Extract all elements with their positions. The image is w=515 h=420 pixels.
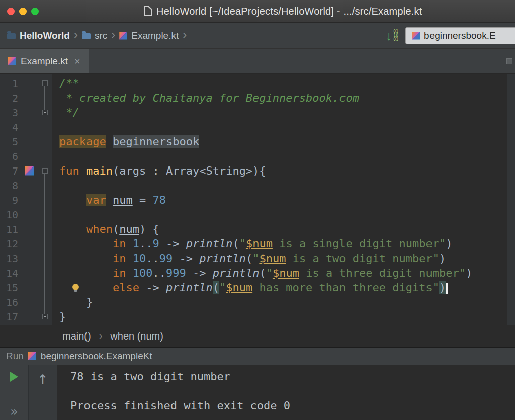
fold-toggle-icon[interactable] <box>42 80 48 86</box>
code-line-17[interactable]: } <box>59 309 515 324</box>
nav-project-label: HelloWorld <box>20 30 70 41</box>
chevron-right-icon: › <box>94 330 108 343</box>
rerun-button[interactable] <box>10 372 18 382</box>
fold-toggle-icon[interactable] <box>42 110 48 115</box>
code-token: println <box>166 281 213 294</box>
run-panel-header: Run beginnersbook.ExampleKt <box>0 347 515 365</box>
code-line-8[interactable] <box>59 178 515 193</box>
code-token: is a three digit number" <box>299 267 466 279</box>
code-token: ( <box>213 281 219 294</box>
line-number: 10 <box>0 209 21 221</box>
editor-gutter: 1234567891011121314151617 <box>0 74 52 325</box>
fold-column <box>37 314 52 319</box>
inspections-widget-icon[interactable] <box>506 58 512 64</box>
code-line-9[interactable]: var num = 78 <box>59 193 515 207</box>
nav-item-src[interactable]: src <box>82 30 107 41</box>
code-token: $num <box>259 252 286 265</box>
breadcrumb-when[interactable]: when (num) <box>110 330 163 342</box>
code-line-3[interactable]: */ <box>59 105 515 120</box>
code-token: " <box>252 252 259 265</box>
line-number: 12 <box>0 238 21 250</box>
close-window-button[interactable] <box>7 8 15 15</box>
code-token: " <box>266 267 273 279</box>
code-token: -> <box>173 252 199 265</box>
line-number: 9 <box>0 194 21 206</box>
code-token: ) <box>439 281 446 294</box>
console-output: 78 is a two digit number Process finishe… <box>57 365 515 420</box>
kotlin-file-icon <box>119 32 127 40</box>
code-token: ) { <box>139 223 159 235</box>
code-token <box>59 237 113 250</box>
vcs-update-widget[interactable]: ↓ 01 10 01 <box>386 30 398 42</box>
kotlin-config-icon <box>412 32 420 40</box>
titlebar: HelloWorld [~/IdeaProjects/HelloWorld] -… <box>0 0 515 23</box>
zoom-window-button[interactable] <box>31 8 39 15</box>
code-token: -> <box>186 267 213 279</box>
code-token <box>59 223 86 235</box>
code-token: (args : Array<String>){ <box>113 164 266 177</box>
code-line-14[interactable]: in 100..999 -> println("$num is a three … <box>59 266 515 280</box>
code-breadcrumbs: main() › when (num) <box>0 325 515 347</box>
code-token: is a two digit number" <box>286 252 439 265</box>
run-configuration-select[interactable]: beginnersbook.E <box>405 27 515 44</box>
scroll-up-icon[interactable]: ↑ <box>37 373 49 386</box>
text-caret <box>446 283 448 294</box>
code-token <box>59 252 113 265</box>
title-wrap: HelloWorld [~/IdeaProjects/HelloWorld] -… <box>144 6 422 17</box>
navbar-right: ↓ 01 10 01 beginnersbook.E <box>386 27 515 44</box>
code-token: $num <box>246 237 273 250</box>
code-line-7[interactable]: fun main(args : Array<String>){ <box>59 163 515 178</box>
fold-column <box>37 168 52 174</box>
line-number: 2 <box>0 92 21 104</box>
code-token: ) <box>466 267 472 279</box>
code-token: ( <box>113 223 119 235</box>
editor-tab-bar: Example.kt × <box>0 49 515 74</box>
tab-example-kt[interactable]: Example.kt × <box>0 49 89 73</box>
code-line-16[interactable]: } <box>59 295 515 309</box>
line-number: 15 <box>0 282 21 294</box>
kotlin-run-line-icon[interactable] <box>25 166 34 176</box>
breadcrumb-main[interactable]: main() <box>62 330 91 342</box>
kotlin-file-icon <box>8 57 16 65</box>
chevron-right-icon: › <box>107 28 119 43</box>
code-line-6[interactable] <box>59 149 515 163</box>
fold-toggle-icon[interactable] <box>42 314 48 319</box>
line-number: 8 <box>0 180 21 192</box>
code-token: 10 <box>133 252 146 265</box>
fold-guide-line <box>44 86 45 110</box>
code-line-5[interactable]: package beginnersbook <box>59 134 515 149</box>
skip-to-end-icon[interactable]: » <box>10 406 18 417</box>
code-token: num <box>113 194 133 206</box>
code-line-2[interactable]: * created by Chaitanya for Beginnersbook… <box>59 91 515 105</box>
run-panel-title: Run <box>6 351 24 362</box>
line-number: 6 <box>0 150 21 162</box>
code-token: 9 <box>152 237 159 250</box>
line-number: 16 <box>0 296 21 308</box>
gutter-icon-slot <box>21 166 37 176</box>
code-token: 1 <box>133 237 139 250</box>
code-line-10[interactable] <box>59 207 515 222</box>
code-token <box>126 237 132 250</box>
editor-code[interactable]: /** * created by Chaitanya for Beginners… <box>52 74 515 325</box>
code-token: " <box>219 281 226 294</box>
nav-item-project[interactable]: HelloWorld <box>7 30 70 41</box>
code-line-11[interactable]: when(num) { <box>59 222 515 236</box>
code-line-15[interactable]: else -> println("$num has more than thre… <box>59 280 515 295</box>
vcs-down-arrow-icon: ↓ <box>386 31 392 41</box>
fold-column <box>37 80 52 86</box>
code-line-4[interactable] <box>59 120 515 134</box>
fold-toggle-icon[interactable] <box>42 168 48 174</box>
document-proxy-icon[interactable] <box>144 6 152 16</box>
code-token: 100 <box>133 267 153 279</box>
editor-scrollbar[interactable] <box>507 74 515 325</box>
gutter-line-6: 6 <box>0 149 52 163</box>
code-token: .. <box>152 267 166 279</box>
nav-item-file[interactable]: Example.kt <box>119 30 179 41</box>
intention-bulb-icon[interactable] <box>72 284 79 290</box>
code-line-1[interactable]: /** <box>59 76 515 91</box>
close-tab-icon[interactable]: × <box>72 57 80 66</box>
code-line-12[interactable]: in 1..9 -> println("$num is a single dig… <box>59 236 515 251</box>
code-line-13[interactable]: in 10..99 -> println("$num is a two digi… <box>59 251 515 266</box>
code-token <box>126 267 132 279</box>
minimize-window-button[interactable] <box>19 8 27 15</box>
